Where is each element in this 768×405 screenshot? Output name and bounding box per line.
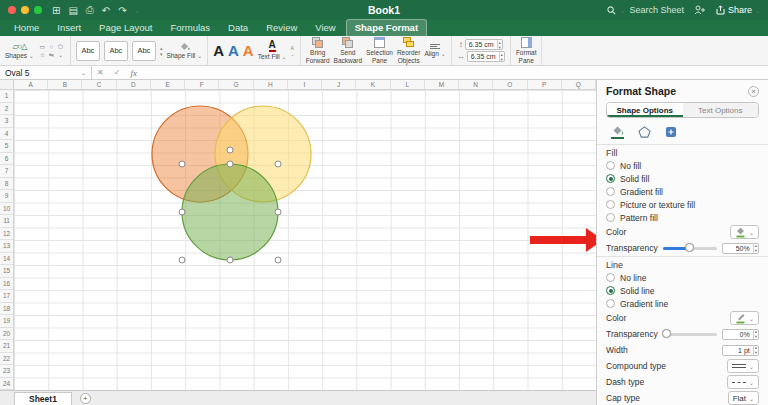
row-header[interactable]: 9	[0, 190, 13, 203]
row-header[interactable]: 20	[0, 328, 13, 341]
close-panel-icon[interactable]: ✕	[748, 86, 759, 97]
tab-review[interactable]: Review	[258, 20, 305, 36]
width-stepper-arrows-icon[interactable]: ▴▾	[499, 52, 504, 62]
style-gallery-scroll[interactable]: ▴▾	[160, 45, 163, 57]
add-sheet-button[interactable]: +	[80, 393, 91, 404]
tab-page-layout[interactable]: Page Layout	[91, 20, 160, 36]
column-header[interactable]: D	[117, 80, 151, 89]
radio-gradient-fill[interactable]	[606, 187, 615, 196]
format-pane-button[interactable]: FormatPane	[516, 37, 537, 64]
height-stepper-arrows-icon[interactable]: ▴▾	[497, 40, 502, 50]
name-box-chevron-icon[interactable]: ⌄	[81, 69, 86, 76]
shape-fill-button[interactable]: Shape Fill ⌄	[166, 42, 202, 60]
row-header[interactable]: 21	[0, 340, 13, 353]
column-header[interactable]: E	[151, 80, 185, 89]
bring-forward-button[interactable]: BringForward	[306, 37, 330, 64]
size-properties-icon[interactable]	[665, 126, 677, 138]
row-header[interactable]: 7	[0, 165, 13, 178]
column-header[interactable]: Q	[562, 80, 596, 89]
radio-pattern-fill[interactable]	[606, 213, 615, 222]
tab-text-options[interactable]: Text Options	[683, 103, 759, 117]
option-no-line[interactable]: No line	[597, 271, 768, 284]
add-person-icon[interactable]	[694, 5, 706, 15]
shape-width-stepper[interactable]: 6.35 cm ▴▾	[467, 51, 505, 62]
line-section-header[interactable]: Line	[597, 256, 768, 271]
text-fill-button[interactable]: A Text Fill ⌄	[258, 40, 287, 61]
zoom-window-button[interactable]	[34, 6, 42, 14]
minimize-window-button[interactable]	[21, 6, 29, 14]
option-gradient-fill[interactable]: Gradient fill	[597, 185, 768, 198]
radio-no-fill[interactable]	[606, 161, 615, 170]
row-header[interactable]: 13	[0, 240, 13, 253]
fill-section-header[interactable]: Fill	[597, 144, 768, 159]
tab-view[interactable]: View	[307, 20, 343, 36]
row-header[interactable]: 1	[0, 90, 13, 103]
tab-shape-options[interactable]: Shape Options	[607, 103, 683, 117]
option-solid-fill[interactable]: Solid fill	[597, 172, 768, 185]
shape-style-preview-2[interactable]: Abc	[104, 41, 128, 61]
radio-gradient-line[interactable]	[606, 299, 615, 308]
name-box[interactable]: Oval 5 ⌄	[0, 66, 92, 79]
wordart-style-2[interactable]: A	[228, 43, 239, 58]
option-solid-line[interactable]: Solid line	[597, 284, 768, 297]
row-header[interactable]: 6	[0, 153, 13, 166]
line-transparency-slider[interactable]	[663, 333, 717, 336]
line-width-stepper[interactable]: 1 pt ▴▾	[722, 345, 759, 356]
column-header[interactable]: A	[14, 80, 48, 89]
column-header[interactable]: M	[425, 80, 459, 89]
column-header[interactable]: L	[391, 80, 425, 89]
send-backward-button[interactable]: SendBackward	[334, 37, 363, 64]
select-all-corner[interactable]	[0, 80, 14, 89]
search-sheet-field[interactable]: ⌄ Search Sheet	[607, 5, 684, 15]
selection-pane-button[interactable]: SelectionPane	[366, 37, 393, 64]
row-header[interactable]: 10	[0, 203, 13, 216]
row-header[interactable]: 2	[0, 103, 13, 116]
row-header[interactable]: 16	[0, 278, 13, 291]
column-header[interactable]: F	[185, 80, 219, 89]
text-style-mini-buttons[interactable]: A⌄	[291, 45, 295, 57]
print-icon[interactable]: ⎙	[86, 4, 94, 16]
row-header[interactable]: 4	[0, 128, 13, 141]
effects-icon[interactable]	[638, 126, 651, 138]
column-header[interactable]: P	[528, 80, 562, 89]
fill-color-button[interactable]: ⌄	[730, 225, 759, 239]
cap-type-dropdown[interactable]: Flat ⌄	[728, 391, 759, 405]
compound-type-dropdown[interactable]: ⌄	[727, 359, 759, 373]
column-header[interactable]: K	[356, 80, 390, 89]
shape-height-stepper[interactable]: 6.35 cm ▴▾	[465, 39, 503, 50]
column-header[interactable]: H	[254, 80, 288, 89]
radio-no-line[interactable]	[606, 273, 615, 282]
shape-style-preview-1[interactable]: Abc	[76, 41, 100, 61]
tab-home[interactable]: Home	[6, 20, 47, 36]
wordart-style-1[interactable]: A	[213, 43, 224, 58]
tab-data[interactable]: Data	[220, 20, 256, 36]
column-header[interactable]: C	[82, 80, 116, 89]
redo-icon[interactable]: ↷	[118, 5, 126, 16]
column-header[interactable]: I	[288, 80, 322, 89]
row-header[interactable]: 12	[0, 228, 13, 241]
radio-picture-texture-fill[interactable]	[606, 200, 615, 209]
save-icon[interactable]: ▤	[68, 5, 77, 16]
line-transparency-stepper[interactable]: 0% ▴▾	[722, 329, 759, 340]
tab-shape-format[interactable]: Shape Format	[346, 19, 427, 36]
close-window-button[interactable]	[8, 6, 16, 14]
option-picture-texture-fill[interactable]: Picture or texture fill	[597, 198, 768, 211]
reorder-objects-button[interactable]: ReorderObjects	[397, 37, 420, 64]
align-button[interactable]: Align ⌄	[424, 44, 445, 58]
row-header[interactable]: 24	[0, 378, 13, 391]
column-header[interactable]: N	[459, 80, 493, 89]
column-header[interactable]: B	[48, 80, 82, 89]
shape-gallery-mini[interactable]: ▭○⬠☆⇆⌄	[38, 43, 65, 59]
column-header[interactable]: O	[493, 80, 527, 89]
radio-solid-fill[interactable]	[606, 174, 615, 183]
line-color-button[interactable]: ⌄	[730, 311, 759, 325]
row-header[interactable]: 19	[0, 315, 13, 328]
wordart-style-3[interactable]: A	[243, 43, 254, 58]
row-header[interactable]: 18	[0, 303, 13, 316]
shapes-button[interactable]: ▱○△ Shapes ⌄	[5, 42, 34, 60]
tab-insert[interactable]: Insert	[49, 20, 89, 36]
tab-formulas[interactable]: Formulas	[162, 20, 218, 36]
fill-transparency-slider[interactable]	[663, 247, 717, 250]
insert-function-icon[interactable]: fx	[125, 68, 142, 78]
quick-access-chevron-icon[interactable]: ⌄	[135, 7, 140, 14]
